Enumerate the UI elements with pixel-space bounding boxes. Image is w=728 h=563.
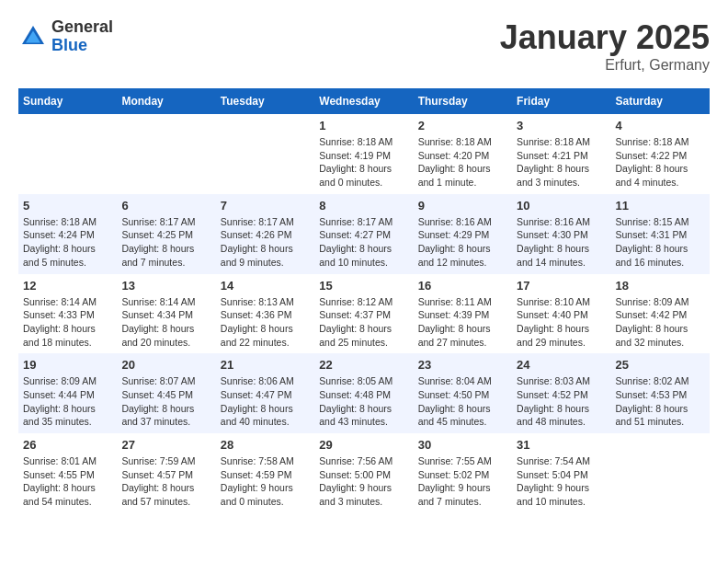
calendar-week-row: 19Sunrise: 8:09 AMSunset: 4:44 PMDayligh… xyxy=(18,353,710,433)
day-info: Sunrise: 8:11 AMSunset: 4:39 PMDaylight:… xyxy=(418,295,507,350)
calendar-cell: 22Sunrise: 8:05 AMSunset: 4:48 PMDayligh… xyxy=(314,353,413,433)
day-number: 12 xyxy=(23,279,112,293)
day-number: 27 xyxy=(121,438,210,452)
logo-blue: Blue xyxy=(51,37,113,55)
calendar-cell xyxy=(117,114,215,194)
calendar-cell: 5Sunrise: 8:18 AMSunset: 4:24 PMDaylight… xyxy=(18,194,117,274)
calendar-cell: 9Sunrise: 8:16 AMSunset: 4:29 PMDaylight… xyxy=(414,194,512,274)
logo-icon xyxy=(18,22,48,52)
calendar-cell: 23Sunrise: 8:04 AMSunset: 4:50 PMDayligh… xyxy=(414,353,512,433)
calendar-cell: 19Sunrise: 8:09 AMSunset: 4:44 PMDayligh… xyxy=(18,353,117,433)
day-number: 24 xyxy=(517,358,606,372)
day-number: 26 xyxy=(23,438,112,452)
calendar-week-row: 26Sunrise: 8:01 AMSunset: 4:55 PMDayligh… xyxy=(18,433,710,513)
weekday-header: Tuesday xyxy=(216,88,314,114)
day-number: 3 xyxy=(517,119,606,132)
day-info: Sunrise: 8:05 AMSunset: 4:48 PMDaylight:… xyxy=(319,374,408,429)
day-info: Sunrise: 8:04 AMSunset: 4:50 PMDaylight:… xyxy=(418,374,507,429)
day-info: Sunrise: 8:17 AMSunset: 4:25 PMDaylight:… xyxy=(121,215,210,270)
day-number: 30 xyxy=(418,438,507,452)
day-number: 6 xyxy=(121,199,210,213)
calendar-cell: 6Sunrise: 8:17 AMSunset: 4:25 PMDaylight… xyxy=(117,194,215,274)
day-number: 10 xyxy=(517,199,606,213)
weekday-header: Wednesday xyxy=(314,88,413,114)
calendar-cell: 28Sunrise: 7:58 AMSunset: 4:59 PMDayligh… xyxy=(216,433,314,513)
day-info: Sunrise: 8:18 AMSunset: 4:24 PMDaylight:… xyxy=(23,215,112,270)
calendar-cell: 1Sunrise: 8:18 AMSunset: 4:19 PMDaylight… xyxy=(314,114,413,194)
day-number: 2 xyxy=(418,119,507,132)
day-number: 20 xyxy=(121,358,210,372)
calendar-week-row: 12Sunrise: 8:14 AMSunset: 4:33 PMDayligh… xyxy=(18,274,710,354)
day-number: 9 xyxy=(418,199,507,213)
calendar-cell: 3Sunrise: 8:18 AMSunset: 4:21 PMDaylight… xyxy=(512,114,610,194)
day-info: Sunrise: 8:14 AMSunset: 4:34 PMDaylight:… xyxy=(121,295,210,350)
day-info: Sunrise: 8:10 AMSunset: 4:40 PMDaylight:… xyxy=(517,295,606,350)
calendar-cell: 2Sunrise: 8:18 AMSunset: 4:20 PMDaylight… xyxy=(414,114,512,194)
calendar-cell: 14Sunrise: 8:13 AMSunset: 4:36 PMDayligh… xyxy=(216,274,314,354)
weekday-header: Monday xyxy=(117,88,215,114)
calendar-cell xyxy=(611,433,710,513)
calendar-cell: 12Sunrise: 8:14 AMSunset: 4:33 PMDayligh… xyxy=(18,274,117,354)
calendar-cell xyxy=(216,114,314,194)
day-info: Sunrise: 8:07 AMSunset: 4:45 PMDaylight:… xyxy=(121,374,210,429)
day-number: 18 xyxy=(616,279,705,293)
day-info: Sunrise: 8:12 AMSunset: 4:37 PMDaylight:… xyxy=(319,295,408,350)
calendar-cell: 30Sunrise: 7:55 AMSunset: 5:02 PMDayligh… xyxy=(414,433,512,513)
day-info: Sunrise: 7:59 AMSunset: 4:57 PMDaylight:… xyxy=(121,454,210,509)
page-header: General Blue January 2025 Erfurt, German… xyxy=(18,18,710,74)
calendar-cell: 24Sunrise: 8:03 AMSunset: 4:52 PMDayligh… xyxy=(512,353,610,433)
logo-text: General Blue xyxy=(51,18,113,55)
day-number: 28 xyxy=(221,438,310,452)
day-info: Sunrise: 8:17 AMSunset: 4:26 PMDaylight:… xyxy=(221,215,310,270)
day-info: Sunrise: 7:55 AMSunset: 5:02 PMDaylight:… xyxy=(418,454,507,509)
calendar-cell: 7Sunrise: 8:17 AMSunset: 4:26 PMDaylight… xyxy=(216,194,314,274)
day-number: 23 xyxy=(418,358,507,372)
page-subtitle: Erfurt, Germany xyxy=(500,57,710,74)
day-number: 1 xyxy=(319,119,408,132)
day-number: 22 xyxy=(319,358,408,372)
day-number: 17 xyxy=(517,279,606,293)
day-info: Sunrise: 7:56 AMSunset: 5:00 PMDaylight:… xyxy=(319,454,408,509)
day-info: Sunrise: 8:01 AMSunset: 4:55 PMDaylight:… xyxy=(23,454,112,509)
day-info: Sunrise: 8:16 AMSunset: 4:30 PMDaylight:… xyxy=(517,215,606,270)
day-number: 15 xyxy=(319,279,408,293)
calendar-cell: 25Sunrise: 8:02 AMSunset: 4:53 PMDayligh… xyxy=(611,353,710,433)
day-number: 4 xyxy=(616,119,705,132)
day-number: 16 xyxy=(418,279,507,293)
day-info: Sunrise: 8:03 AMSunset: 4:52 PMDaylight:… xyxy=(517,374,606,429)
day-number: 31 xyxy=(517,438,606,452)
calendar-week-row: 1Sunrise: 8:18 AMSunset: 4:19 PMDaylight… xyxy=(18,114,710,194)
weekday-header: Saturday xyxy=(611,88,710,114)
day-number: 5 xyxy=(23,199,112,213)
day-info: Sunrise: 8:18 AMSunset: 4:20 PMDaylight:… xyxy=(418,135,507,190)
calendar-cell: 27Sunrise: 7:59 AMSunset: 4:57 PMDayligh… xyxy=(117,433,215,513)
calendar-cell: 31Sunrise: 7:54 AMSunset: 5:04 PMDayligh… xyxy=(512,433,610,513)
calendar-cell: 8Sunrise: 8:17 AMSunset: 4:27 PMDaylight… xyxy=(314,194,413,274)
calendar-cell xyxy=(18,114,117,194)
page-title: January 2025 xyxy=(500,18,710,57)
logo: General Blue xyxy=(18,18,113,55)
day-info: Sunrise: 8:16 AMSunset: 4:29 PMDaylight:… xyxy=(418,215,507,270)
day-number: 25 xyxy=(616,358,705,372)
day-info: Sunrise: 8:02 AMSunset: 4:53 PMDaylight:… xyxy=(616,374,705,429)
weekday-header: Friday xyxy=(512,88,610,114)
calendar-cell: 17Sunrise: 8:10 AMSunset: 4:40 PMDayligh… xyxy=(512,274,610,354)
day-info: Sunrise: 8:18 AMSunset: 4:21 PMDaylight:… xyxy=(517,135,606,190)
calendar-cell: 29Sunrise: 7:56 AMSunset: 5:00 PMDayligh… xyxy=(314,433,413,513)
day-info: Sunrise: 8:09 AMSunset: 4:42 PMDaylight:… xyxy=(616,295,705,350)
day-info: Sunrise: 8:13 AMSunset: 4:36 PMDaylight:… xyxy=(221,295,310,350)
day-number: 7 xyxy=(221,199,310,213)
day-info: Sunrise: 8:17 AMSunset: 4:27 PMDaylight:… xyxy=(319,215,408,270)
day-info: Sunrise: 8:09 AMSunset: 4:44 PMDaylight:… xyxy=(23,374,112,429)
calendar-cell: 21Sunrise: 8:06 AMSunset: 4:47 PMDayligh… xyxy=(216,353,314,433)
logo-general: General xyxy=(51,18,113,37)
day-number: 13 xyxy=(121,279,210,293)
calendar-cell: 16Sunrise: 8:11 AMSunset: 4:39 PMDayligh… xyxy=(414,274,512,354)
calendar-cell: 15Sunrise: 8:12 AMSunset: 4:37 PMDayligh… xyxy=(314,274,413,354)
calendar-cell: 10Sunrise: 8:16 AMSunset: 4:30 PMDayligh… xyxy=(512,194,610,274)
calendar-cell: 20Sunrise: 8:07 AMSunset: 4:45 PMDayligh… xyxy=(117,353,215,433)
day-info: Sunrise: 8:15 AMSunset: 4:31 PMDaylight:… xyxy=(616,215,705,270)
weekday-header: Sunday xyxy=(18,88,117,114)
day-number: 8 xyxy=(319,199,408,213)
title-block: January 2025 Erfurt, Germany xyxy=(500,18,710,74)
